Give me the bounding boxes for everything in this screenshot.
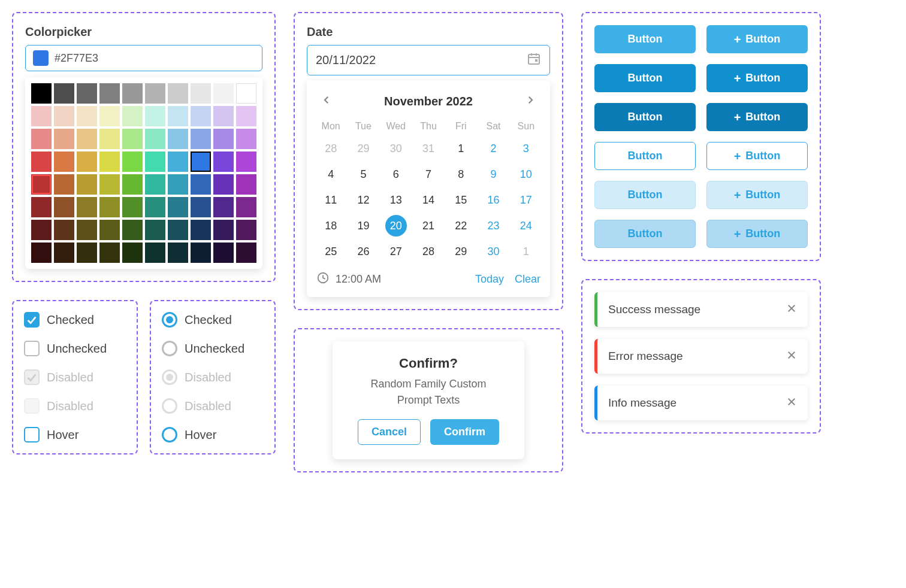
calendar-day[interactable]: 29 — [446, 241, 475, 263]
palette-cell[interactable] — [191, 243, 211, 263]
calendar-day[interactable]: 29 — [349, 138, 378, 160]
calendar-day[interactable]: 23 — [479, 215, 508, 237]
checkbox-hover[interactable]: Hover — [24, 427, 126, 442]
calendar-day[interactable]: 15 — [446, 189, 475, 211]
calendar-day[interactable]: 28 — [414, 241, 443, 263]
cancel-button[interactable]: Cancel — [358, 419, 421, 445]
palette-cell[interactable] — [213, 174, 234, 195]
palette-cell[interactable] — [145, 243, 165, 263]
button-primary-hover-icon[interactable]: +Button — [706, 64, 808, 92]
palette-cell[interactable] — [236, 174, 256, 195]
palette-cell[interactable] — [31, 129, 52, 149]
button-primary[interactable]: Button — [594, 25, 696, 53]
button-soft-icon[interactable]: +Button — [706, 181, 808, 209]
button-soft-hover[interactable]: Button — [594, 220, 696, 248]
palette-cell[interactable] — [213, 151, 234, 172]
palette-cell[interactable] — [54, 106, 74, 126]
calendar-day[interactable]: 12 — [349, 189, 378, 211]
calendar-day[interactable]: 25 — [316, 241, 345, 263]
palette-cell[interactable] — [122, 83, 143, 104]
calendar-day[interactable]: 14 — [414, 189, 443, 211]
palette-cell[interactable] — [145, 197, 165, 217]
calendar-day[interactable]: 31 — [414, 138, 443, 160]
close-icon[interactable] — [786, 302, 797, 317]
button-outline-icon[interactable]: +Button — [706, 142, 808, 170]
palette-cell[interactable] — [236, 197, 256, 217]
calendar-day[interactable]: 9 — [479, 163, 508, 186]
palette-cell[interactable] — [236, 83, 256, 104]
calendar-day[interactable]: 7 — [414, 163, 443, 186]
button-primary-icon[interactable]: +Button — [706, 25, 808, 53]
calendar-day[interactable]: 8 — [446, 163, 475, 186]
calendar-day[interactable]: 5 — [349, 163, 378, 186]
palette-cell[interactable] — [122, 151, 143, 172]
calendar-day[interactable]: 13 — [382, 189, 410, 211]
close-icon[interactable] — [786, 348, 797, 364]
palette-cell[interactable] — [31, 151, 52, 172]
palette-cell[interactable] — [191, 151, 211, 172]
palette-cell[interactable] — [77, 129, 97, 149]
palette-cell[interactable] — [31, 83, 52, 104]
palette-cell[interactable] — [213, 129, 234, 149]
time-value[interactable]: 12:00 AM — [336, 273, 381, 286]
palette-cell[interactable] — [145, 151, 165, 172]
palette-cell[interactable] — [145, 220, 165, 240]
calendar-day[interactable]: 16 — [479, 189, 508, 211]
calendar-day[interactable]: 18 — [316, 215, 345, 237]
palette-cell[interactable] — [54, 174, 74, 195]
palette-cell[interactable] — [168, 174, 188, 195]
prev-month-button[interactable] — [316, 91, 337, 111]
palette-cell[interactable] — [99, 106, 120, 126]
clear-button[interactable]: Clear — [515, 273, 540, 286]
button-primary-active-icon[interactable]: +Button — [706, 103, 808, 131]
palette-cell[interactable] — [145, 83, 165, 104]
palette-cell[interactable] — [122, 243, 143, 263]
palette-cell[interactable] — [122, 220, 143, 240]
today-button[interactable]: Today — [475, 273, 504, 286]
colorpicker-input[interactable]: #2F77E3 — [25, 45, 262, 71]
palette-cell[interactable] — [168, 151, 188, 172]
close-icon[interactable] — [786, 395, 797, 411]
palette-cell[interactable] — [168, 220, 188, 240]
button-soft[interactable]: Button — [594, 181, 696, 209]
palette-cell[interactable] — [191, 106, 211, 126]
button-soft-hover-icon[interactable]: +Button — [706, 220, 808, 248]
palette-cell[interactable] — [168, 83, 188, 104]
palette-cell[interactable] — [54, 197, 74, 217]
palette-cell[interactable] — [191, 174, 211, 195]
calendar-day[interactable]: 17 — [512, 189, 540, 211]
checkbox-checked[interactable]: Checked — [24, 312, 126, 328]
palette-cell[interactable] — [168, 243, 188, 263]
palette-cell[interactable] — [77, 197, 97, 217]
palette-cell[interactable] — [99, 197, 120, 217]
calendar-day[interactable]: 27 — [382, 241, 410, 263]
palette-cell[interactable] — [31, 220, 52, 240]
palette-cell[interactable] — [122, 106, 143, 126]
palette-cell[interactable] — [54, 129, 74, 149]
palette-cell[interactable] — [213, 83, 234, 104]
palette-cell[interactable] — [54, 151, 74, 172]
palette-cell[interactable] — [99, 83, 120, 104]
calendar-day[interactable]: 1 — [512, 241, 540, 263]
palette-cell[interactable] — [31, 174, 52, 195]
palette-cell[interactable] — [77, 174, 97, 195]
palette-cell[interactable] — [236, 129, 256, 149]
palette-cell[interactable] — [99, 174, 120, 195]
palette-cell[interactable] — [213, 243, 234, 263]
calendar-day[interactable]: 2 — [479, 138, 508, 160]
palette-cell[interactable] — [31, 243, 52, 263]
palette-cell[interactable] — [77, 106, 97, 126]
calendar-day[interactable]: 28 — [316, 138, 345, 160]
palette-cell[interactable] — [77, 243, 97, 263]
palette-cell[interactable] — [54, 243, 74, 263]
radio-checked[interactable]: Checked — [162, 312, 264, 328]
palette-cell[interactable] — [168, 129, 188, 149]
palette-cell[interactable] — [168, 106, 188, 126]
palette-cell[interactable] — [191, 83, 211, 104]
calendar-day[interactable]: 10 — [512, 163, 540, 186]
palette-cell[interactable] — [236, 151, 256, 172]
next-month-button[interactable] — [520, 91, 540, 111]
date-input[interactable]: 20/11/2022 — [307, 45, 550, 75]
checkbox-unchecked[interactable]: Unchecked — [24, 341, 126, 356]
palette-cell[interactable] — [99, 220, 120, 240]
